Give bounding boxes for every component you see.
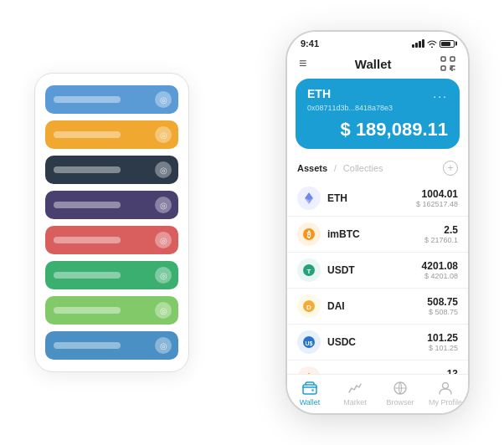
- eth-card-address: 0x08711d3b...8418a78e3: [307, 104, 448, 112]
- asset-values: 101.25 $ 101.25: [427, 332, 458, 352]
- table-row[interactable]: D DAI 508.75 $ 508.75: [287, 289, 468, 325]
- list-item[interactable]: ◎: [45, 226, 178, 254]
- usdc-icon: U$: [297, 330, 321, 354]
- profile-nav-label: My Profile: [429, 398, 462, 407]
- card-icon: ◎: [155, 91, 172, 108]
- card-stack: ◎ ◎ ◎ ◎ ◎ ◎ ◎ ◎: [34, 73, 189, 372]
- svg-point-16: [443, 383, 449, 389]
- card-icon: ◎: [155, 302, 172, 319]
- card-icon: ◎: [155, 161, 172, 178]
- nav-item-browser[interactable]: Browser: [378, 380, 423, 407]
- asset-list: ETH 1004.01 $ 162517.48 ₿ imBTC 2.5 $ 21…: [287, 181, 468, 374]
- assets-header: Assets / Collecties +: [287, 157, 468, 181]
- eth-card-menu[interactable]: ...: [433, 87, 448, 100]
- tab-separator: /: [334, 164, 337, 173]
- card-label: [54, 307, 121, 314]
- usdt-icon: T: [297, 258, 321, 282]
- eth-card[interactable]: ETH ... 0x08711d3b...8418a78e3 $ 189,089…: [296, 79, 460, 149]
- asset-usd: $ 508.75: [427, 308, 458, 316]
- card-icon: ◎: [155, 267, 172, 284]
- browser-nav-label: Browser: [386, 398, 414, 407]
- assets-tabs: Assets / Collecties: [297, 163, 383, 173]
- asset-values: 508.75 $ 508.75: [427, 296, 458, 316]
- list-item[interactable]: ◎: [45, 120, 178, 149]
- card-label: [54, 237, 121, 243]
- phone: 9:41 ≡ Wallet: [285, 30, 470, 415]
- asset-values: 1004.01 $ 162517.48: [416, 188, 458, 208]
- asset-amount: 4201.08: [422, 260, 458, 272]
- tft-icon: [297, 366, 321, 374]
- menu-icon[interactable]: ≡: [299, 56, 306, 71]
- asset-values: 13 0: [447, 368, 458, 374]
- wallet-nav-label: Wallet: [300, 398, 321, 407]
- asset-name: DAI: [327, 300, 427, 312]
- eth-card-balance: $ 189,089.11: [307, 119, 448, 141]
- list-item[interactable]: ◎: [45, 296, 178, 325]
- asset-values: 2.5 $ 21760.1: [424, 224, 458, 244]
- list-item[interactable]: ◎: [45, 85, 178, 114]
- asset-usd: $ 4201.08: [422, 272, 458, 280]
- card-label: [54, 272, 121, 279]
- card-icon: ◎: [155, 126, 172, 143]
- scan-icon[interactable]: [440, 55, 456, 72]
- svg-text:T: T: [307, 268, 311, 275]
- card-icon: ◎: [155, 232, 172, 248]
- table-row[interactable]: ETH 1004.01 $ 162517.48: [287, 181, 468, 217]
- scene: ◎ ◎ ◎ ◎ ◎ ◎ ◎ ◎: [18, 18, 486, 427]
- asset-name: USDT: [327, 264, 422, 276]
- asset-amount: 101.25: [427, 332, 458, 344]
- nav-item-profile[interactable]: My Profile: [423, 380, 468, 407]
- dai-icon: D: [297, 294, 321, 318]
- market-nav-icon: [347, 380, 363, 396]
- list-item[interactable]: ◎: [45, 331, 178, 360]
- nav-item-wallet[interactable]: Wallet: [287, 380, 332, 407]
- asset-name: imBTC: [327, 228, 424, 240]
- status-bar: 9:41: [287, 32, 468, 52]
- table-row[interactable]: ₿ imBTC 2.5 $ 21760.1: [287, 217, 468, 253]
- card-label: [54, 131, 121, 138]
- card-icon: ◎: [155, 197, 172, 213]
- asset-usd: $ 162517.48: [416, 200, 458, 208]
- asset-amount: 1004.01: [416, 188, 458, 200]
- phone-header: ≡ Wallet: [287, 52, 468, 79]
- asset-name: ETH: [327, 192, 416, 204]
- eth-icon: [297, 187, 321, 210]
- card-label: [54, 342, 121, 349]
- nav-item-market[interactable]: Market: [332, 380, 378, 407]
- page-title: Wallet: [355, 57, 392, 71]
- table-row[interactable]: U$ USDC 101.25 $ 101.25: [287, 325, 468, 361]
- list-item[interactable]: ◎: [45, 191, 178, 219]
- wallet-nav-icon: [301, 380, 318, 396]
- asset-amount: 2.5: [424, 224, 458, 236]
- tab-collecties[interactable]: Collecties: [343, 163, 383, 173]
- browser-nav-icon: [392, 380, 409, 396]
- profile-nav-icon: [437, 380, 454, 396]
- signal-icon: [412, 39, 424, 48]
- asset-usd: $ 21760.1: [424, 236, 458, 244]
- svg-rect-14: [303, 385, 316, 394]
- market-nav-label: Market: [343, 398, 367, 407]
- asset-usd: $ 101.25: [427, 344, 458, 352]
- tab-assets[interactable]: Assets: [297, 163, 327, 173]
- status-time: 9:41: [301, 38, 319, 49]
- add-asset-button[interactable]: +: [443, 161, 458, 176]
- svg-rect-2: [441, 66, 445, 70]
- list-item[interactable]: ◎: [45, 156, 178, 184]
- svg-text:U$: U$: [306, 340, 313, 347]
- list-item[interactable]: ◎: [45, 261, 178, 289]
- table-row[interactable]: T USDT 4201.08 $ 4201.08: [287, 253, 468, 289]
- asset-amount: 13: [447, 368, 458, 374]
- table-row[interactable]: TFT 13 0: [287, 361, 468, 374]
- eth-card-ticker: ETH: [307, 87, 331, 100]
- asset-amount: 508.75: [427, 296, 458, 308]
- wifi-icon: [427, 39, 437, 48]
- card-label: [54, 202, 121, 208]
- asset-name: USDC: [327, 336, 427, 348]
- card-label: [54, 96, 121, 103]
- phone-content: ETH ... 0x08711d3b...8418a78e3 $ 189,089…: [287, 79, 468, 374]
- eth-card-header: ETH ...: [307, 87, 448, 100]
- battery-icon: [440, 40, 455, 48]
- svg-rect-0: [441, 57, 445, 61]
- bottom-nav: Wallet Market Browser: [287, 374, 468, 413]
- card-label: [54, 166, 121, 173]
